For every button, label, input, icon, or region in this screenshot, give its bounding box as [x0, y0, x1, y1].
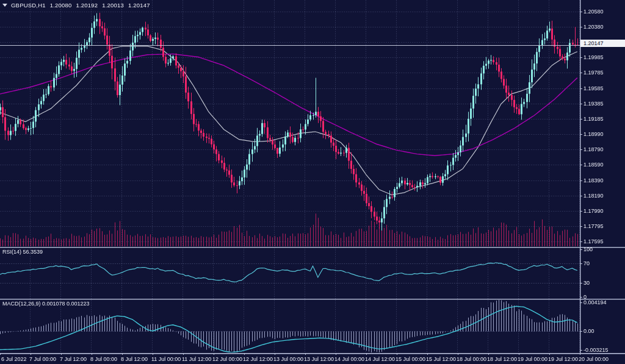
time-axis-label: 11 Jul 00:00 — [151, 356, 181, 362]
time-axis-label: 6 Jul 2022 — [1, 356, 27, 362]
ohlc-open: 1.20080 — [50, 2, 72, 9]
time-axis-label: 20 Jul 00:00 — [579, 356, 609, 362]
time-axis-label: 14 Jul 12:00 — [365, 356, 395, 362]
current-price-tag: 1.20147 — [580, 40, 625, 47]
time-axis-label: 15 Jul 12:00 — [426, 356, 456, 362]
price-axis-label: 1.19585 — [583, 85, 604, 91]
price-axis-label: 1.18990 — [583, 131, 604, 137]
candlestick-chart-canvas[interactable] — [0, 0, 625, 364]
price-axis-label: 1.18190 — [583, 193, 604, 199]
rsi-axis-label: 30 — [583, 280, 590, 286]
trading-chart-window: GBPUSD,H1 1.20080 1.20192 1.20013 1.2014… — [0, 0, 625, 364]
price-axis-label: 1.18790 — [583, 146, 604, 152]
price-axis-label: 1.20380 — [583, 24, 604, 30]
time-axis-label: 8 Jul 00:00 — [90, 356, 117, 362]
macd-axis-label: 0.004194 — [583, 299, 607, 305]
time-axis-label: 19 Jul 12:00 — [548, 356, 578, 362]
time-axis-label: 13 Jul 00:00 — [273, 356, 303, 362]
price-axis-label: 1.20580 — [583, 9, 604, 15]
price-axis-label: 1.18390 — [583, 177, 604, 184]
macd-axis-label: -0.003215 — [583, 347, 609, 353]
price-axis-label: 1.17990 — [583, 208, 604, 214]
ohlc-high: 1.20192 — [76, 2, 98, 9]
time-axis-label: 13 Jul 12:00 — [304, 356, 334, 362]
price-axis-label: 1.19185 — [583, 116, 604, 122]
rsi-axis-label: 100 — [583, 246, 593, 252]
time-axis-label: 7 Jul 12:00 — [60, 356, 87, 362]
time-axis-label: 14 Jul 00:00 — [334, 356, 364, 362]
time-axis-label: 12 Jul 00:00 — [212, 356, 242, 362]
time-axis-label: 11 Jul 12:00 — [182, 356, 211, 362]
time-axis-label: 19 Jul 00:00 — [518, 356, 547, 362]
symbol-title: GBPUSD,H1 — [11, 2, 46, 9]
time-axis-label: 18 Jul 00:00 — [457, 356, 486, 362]
time-axis-label: 12 Jul 12:00 — [243, 356, 273, 362]
macd-axis-label: 0.00 — [583, 328, 594, 334]
price-axis-label: 1.17595 — [583, 238, 604, 244]
price-axis-label: 1.19385 — [583, 101, 604, 107]
ohlc-close: 1.20147 — [128, 2, 150, 9]
price-axis-label: 1.19985 — [583, 54, 604, 60]
time-axis-label: 8 Jul 12:00 — [121, 356, 148, 362]
ohlc-low: 1.20013 — [102, 2, 124, 9]
price-axis-label: 1.18590 — [583, 162, 604, 168]
chart-title-bar: GBPUSD,H1 1.20080 1.20192 1.20013 1.2014… — [2, 2, 154, 9]
symbol-dropdown-icon[interactable] — [2, 4, 7, 7]
price-axis-label: 1.19785 — [583, 70, 604, 76]
price-axis-label: 1.17795 — [583, 223, 604, 229]
macd-pane-label: MACD(12,26,9) 0.001078 0.001223 — [2, 301, 90, 307]
time-axis-label: 18 Jul 12:00 — [487, 356, 517, 362]
time-axis-label: 7 Jul 00:00 — [29, 356, 56, 362]
time-axis-label: 15 Jul 00:00 — [396, 356, 425, 362]
rsi-pane-label: RSI(14) 56.3539 — [2, 249, 43, 255]
rsi-axis-label: 70 — [583, 260, 590, 266]
